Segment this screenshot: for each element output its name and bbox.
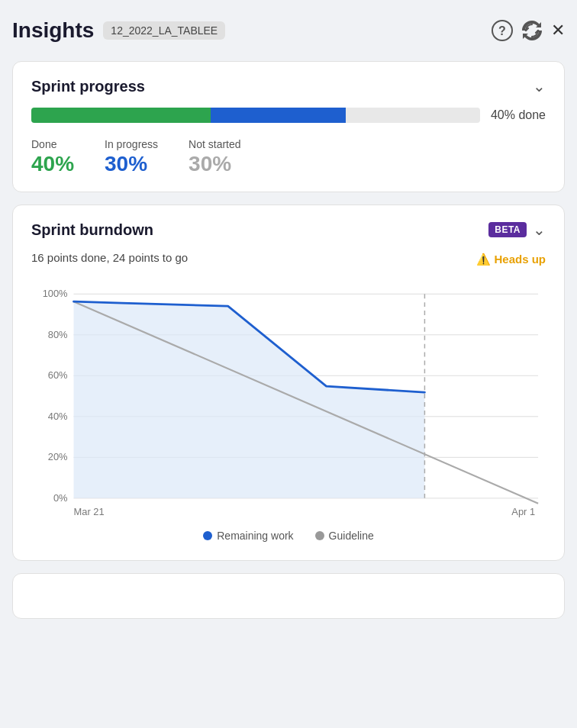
stat-done: Done 40% (31, 138, 74, 176)
chart-legend: Remaining work Guideline (31, 530, 546, 545)
sprint-burndown-card: Sprint burndown BETA ⌄ 16 points done, 2… (12, 205, 565, 561)
sprint-burndown-title: Sprint burndown (31, 221, 153, 239)
sprint-progress-title: Sprint progress (31, 78, 145, 95)
sprint-progress-header: Sprint progress ⌄ (31, 77, 546, 95)
svg-text:100%: 100% (43, 288, 68, 299)
sprint-badge: 12_2022_LA_TABLEE (103, 21, 225, 40)
heads-up-label: Heads up (494, 253, 546, 266)
progress-bar-row: 40% done (31, 108, 546, 123)
legend-guideline: Guideline (315, 530, 374, 542)
sprint-progress-chevron[interactable]: ⌄ (533, 77, 546, 95)
burndown-chart: 100% 80% 60% 40% 20% 0% Mar 21 Apr 1 (31, 279, 546, 523)
stat-done-label: Done (31, 138, 74, 150)
legend-remaining-work-label: Remaining work (217, 530, 293, 542)
stat-inprogress-label: In progress (105, 138, 158, 150)
stats-row: Done 40% In progress 30% Not started 30% (31, 138, 546, 176)
sprint-progress-card: Sprint progress ⌄ 40% done Done 40% In p… (12, 61, 565, 192)
svg-text:40%: 40% (48, 411, 68, 422)
help-button[interactable]: ? (492, 20, 513, 41)
badge-chevron-row: BETA ⌄ (488, 221, 546, 239)
legend-dot-blue (203, 531, 212, 540)
burndown-subtitle: 16 points done, 24 points to go (31, 251, 188, 264)
page-header: Insights 12_2022_LA_TABLEE ? ✕ (12, 12, 565, 49)
svg-text:?: ? (498, 24, 506, 37)
chart-svg: 100% 80% 60% 40% 20% 0% Mar 21 Apr 1 (31, 279, 546, 523)
sprint-burndown-header: Sprint burndown BETA ⌄ (31, 221, 546, 239)
refresh-button[interactable] (522, 21, 542, 40)
sprint-burndown-chevron[interactable]: ⌄ (533, 221, 546, 239)
subtitle-row: 16 points done, 24 points to go ⚠️ Heads… (31, 251, 546, 267)
beta-badge: BETA (488, 222, 527, 237)
legend-dot-gray (315, 531, 324, 540)
progress-label: 40% done (491, 108, 546, 122)
warning-icon: ⚠️ (476, 253, 491, 266)
stat-notstarted-value: 30% (189, 152, 231, 176)
svg-text:0%: 0% (53, 492, 68, 504)
svg-marker-14 (74, 301, 425, 498)
legend-guideline-label: Guideline (329, 530, 374, 542)
heads-up: ⚠️ Heads up (476, 253, 546, 266)
svg-text:80%: 80% (48, 329, 68, 340)
progress-done-segment (31, 108, 211, 123)
header-icons: ? ✕ (492, 20, 565, 41)
svg-text:Mar 21: Mar 21 (74, 506, 105, 517)
svg-text:60%: 60% (48, 369, 68, 381)
stat-inprogress: In progress 30% (105, 138, 158, 176)
stat-notstarted: Not started 30% (189, 138, 240, 176)
bottom-card (12, 573, 565, 619)
page-title: Insights (12, 18, 94, 43)
progress-bar (31, 108, 480, 123)
close-button[interactable]: ✕ (551, 21, 565, 40)
stat-done-value: 40% (31, 152, 74, 176)
stat-notstarted-label: Not started (189, 138, 240, 150)
svg-text:20%: 20% (48, 451, 68, 462)
svg-text:Apr 1: Apr 1 (511, 506, 535, 517)
progress-inprogress-segment (211, 108, 345, 123)
stat-inprogress-value: 30% (105, 152, 147, 176)
legend-remaining-work: Remaining work (203, 530, 293, 542)
